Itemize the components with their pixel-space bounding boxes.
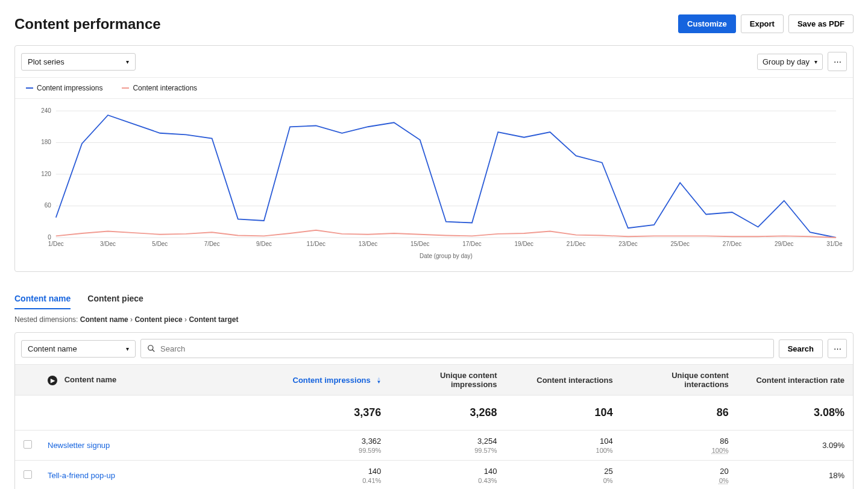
total-unique-impressions: 3,268 bbox=[389, 396, 505, 431]
legend-label: Content impressions bbox=[37, 84, 102, 92]
more-horizontal-icon: ⋯ bbox=[834, 344, 841, 353]
plot-series-label: Plot series bbox=[28, 57, 64, 66]
col-header-interactions[interactable]: Content interactions bbox=[506, 365, 621, 396]
total-impressions: 3,376 bbox=[274, 396, 389, 431]
col-header-impressions[interactable]: Content impressions ▲▼ bbox=[274, 365, 389, 396]
svg-text:29/Dec: 29/Dec bbox=[775, 241, 794, 247]
chevron-down-icon: ▾ bbox=[814, 58, 817, 65]
svg-text:31/Dec: 31/Dec bbox=[826, 241, 842, 247]
search-icon bbox=[147, 344, 156, 353]
table-more-button[interactable]: ⋯ bbox=[828, 339, 847, 358]
row-checkbox-cell bbox=[15, 431, 39, 461]
group-by-select[interactable]: Group by day ▾ bbox=[757, 54, 823, 70]
page-title: Content performance bbox=[14, 16, 161, 33]
legend-item-interactions[interactable]: Content interactions bbox=[122, 84, 197, 92]
svg-line-28 bbox=[153, 350, 155, 352]
row-checkbox[interactable] bbox=[24, 470, 32, 479]
svg-text:9/Dec: 9/Dec bbox=[256, 241, 272, 247]
plot-series-select[interactable]: Plot series ▾ bbox=[21, 53, 136, 71]
col-header-unique-interactions[interactable]: Unique content interactions bbox=[621, 365, 737, 396]
svg-text:120: 120 bbox=[41, 171, 51, 177]
svg-text:240: 240 bbox=[41, 107, 51, 114]
legend-item-impressions[interactable]: Content impressions bbox=[26, 84, 102, 92]
search-button[interactable]: Search bbox=[779, 339, 823, 358]
chart-area: 0601201802401/Dec3/Dec5/Dec7/Dec9/Dec11/… bbox=[15, 99, 853, 271]
chart-legend: Content impressions Content interactions bbox=[15, 78, 853, 99]
col-header-checkbox bbox=[15, 365, 39, 396]
cell-rate: 18% bbox=[737, 461, 853, 490]
cell-unique-impressions: 3,25499.57% bbox=[389, 431, 505, 461]
row-name-link[interactable]: Newsletter signup bbox=[48, 441, 110, 450]
svg-text:17/Dec: 17/Dec bbox=[462, 241, 482, 247]
legend-swatch-icon bbox=[122, 87, 129, 89]
total-interactions: 104 bbox=[506, 396, 621, 431]
tab-content-piece[interactable]: Content piece bbox=[87, 289, 143, 309]
customize-button[interactable]: Customize bbox=[678, 14, 736, 33]
cell-unique-interactions: 200% bbox=[621, 461, 737, 490]
table-row: Tell-a-friend pop-up1400.41%1400.43%250%… bbox=[15, 461, 853, 490]
svg-text:21/Dec: 21/Dec bbox=[567, 241, 586, 247]
table-toolbar: Content name ▾ Search ⋯ bbox=[15, 333, 853, 364]
cell-interactions: 250% bbox=[506, 461, 621, 490]
chart-toolbar: Plot series ▾ Group by day ▾ ⋯ bbox=[15, 46, 853, 78]
svg-text:Date (group by day): Date (group by day) bbox=[420, 253, 473, 259]
col-header-name[interactable]: ▶ Content name bbox=[39, 365, 274, 396]
cell-impressions: 3,36299.59% bbox=[274, 431, 389, 461]
breadcrumb-item[interactable]: Content name bbox=[80, 315, 128, 324]
col-header-label: Content name bbox=[64, 375, 117, 384]
breadcrumb-item[interactable]: Content piece bbox=[134, 315, 182, 324]
col-header-rate[interactable]: Content interaction rate bbox=[737, 365, 853, 396]
cell-unique-impressions: 1400.43% bbox=[389, 461, 505, 490]
svg-point-27 bbox=[148, 345, 153, 350]
svg-text:27/Dec: 27/Dec bbox=[723, 241, 742, 247]
chart-more-button[interactable]: ⋯ bbox=[828, 52, 847, 71]
svg-text:11/Dec: 11/Dec bbox=[306, 241, 326, 247]
total-rate: 3.08% bbox=[737, 396, 853, 431]
totals-row: 3,376 3,268 104 86 3.08% bbox=[15, 396, 853, 431]
svg-text:25/Dec: 25/Dec bbox=[670, 241, 690, 247]
legend-swatch-icon bbox=[26, 87, 33, 89]
header-buttons: Customize Export Save as PDF bbox=[678, 14, 854, 33]
svg-text:180: 180 bbox=[41, 139, 51, 145]
table-panel: Content name ▾ Search ⋯ ▶ Content name bbox=[14, 332, 854, 489]
svg-text:5/Dec: 5/Dec bbox=[152, 241, 168, 247]
row-checkbox-cell bbox=[15, 461, 39, 490]
legend-label: Content interactions bbox=[133, 84, 197, 92]
svg-text:15/Dec: 15/Dec bbox=[410, 241, 430, 247]
dimension-select-label: Content name bbox=[28, 344, 77, 353]
table-header-row: ▶ Content name Content impressions ▲▼ Un… bbox=[15, 365, 853, 396]
group-by-label: Group by day bbox=[763, 57, 810, 66]
tab-content-name[interactable]: Content name bbox=[14, 289, 71, 309]
sort-icon: ▲▼ bbox=[376, 377, 381, 384]
table-row: Newsletter signup3,36299.59%3,25499.57%1… bbox=[15, 431, 853, 461]
svg-text:0: 0 bbox=[48, 234, 51, 241]
export-button[interactable]: Export bbox=[741, 14, 784, 33]
row-name-link[interactable]: Tell-a-friend pop-up bbox=[48, 471, 115, 480]
cell-impressions: 1400.41% bbox=[274, 461, 389, 490]
line-chart: 0601201802401/Dec3/Dec5/Dec7/Dec9/Dec11/… bbox=[26, 105, 842, 262]
svg-text:1/Dec: 1/Dec bbox=[48, 241, 64, 247]
more-horizontal-icon: ⋯ bbox=[834, 57, 841, 66]
row-checkbox[interactable] bbox=[24, 440, 32, 449]
search-input-wrap[interactable] bbox=[140, 339, 774, 358]
save-pdf-button[interactable]: Save as PDF bbox=[788, 14, 854, 33]
page-header: Content performance Customize Export Sav… bbox=[14, 14, 854, 33]
chart-panel: Plot series ▾ Group by day ▾ ⋯ Content i… bbox=[14, 45, 854, 272]
data-table: ▶ Content name Content impressions ▲▼ Un… bbox=[15, 364, 853, 489]
total-unique-interactions: 86 bbox=[621, 396, 737, 431]
chevron-down-icon: ▾ bbox=[126, 345, 129, 352]
breadcrumb-item[interactable]: Content target bbox=[189, 315, 238, 324]
svg-text:3/Dec: 3/Dec bbox=[100, 241, 116, 247]
svg-text:60: 60 bbox=[45, 202, 52, 209]
col-header-label: Content impressions bbox=[293, 376, 371, 385]
col-header-unique-impressions[interactable]: Unique content impressions bbox=[389, 365, 505, 396]
svg-text:19/Dec: 19/Dec bbox=[515, 241, 534, 247]
nested-dimensions-breadcrumb: Nested dimensions: Content name › Conten… bbox=[14, 315, 854, 324]
breadcrumb-prefix: Nested dimensions: bbox=[14, 315, 78, 324]
cell-interactions: 104100% bbox=[506, 431, 621, 461]
search-input[interactable] bbox=[160, 344, 767, 353]
cell-rate: 3.09% bbox=[737, 431, 853, 461]
chevron-down-icon: ▾ bbox=[126, 58, 129, 65]
dimension-select[interactable]: Content name ▾ bbox=[21, 340, 136, 358]
svg-text:23/Dec: 23/Dec bbox=[618, 241, 638, 247]
